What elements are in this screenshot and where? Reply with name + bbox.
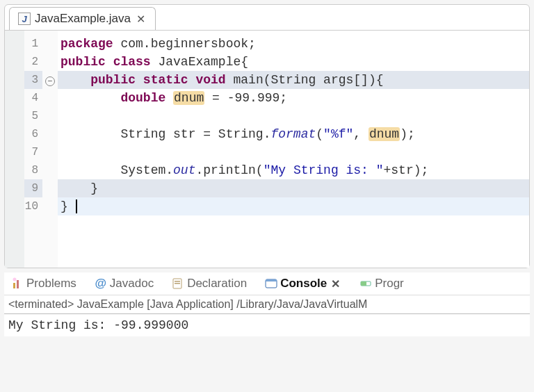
declaration-icon: [172, 277, 184, 290]
svg-rect-1: [17, 280, 19, 288]
code-line: package com.beginnersbook;: [58, 35, 529, 53]
bottom-tab-bar: Problems @ Javadoc Declaration Console ✕…: [4, 272, 530, 295]
tab-console[interactable]: Console ✕: [262, 275, 344, 292]
svg-rect-7: [266, 279, 277, 281]
code-line: }: [58, 197, 529, 215]
svg-rect-9: [361, 281, 366, 286]
console-launch-info: <terminated> JavaExample [Java Applicati…: [4, 295, 530, 314]
tab-label: Console: [280, 277, 327, 291]
file-tab-label: JavaExample.java: [35, 12, 131, 26]
line-number: 3: [24, 71, 42, 89]
code-line: System.out.println("My String is: "+str)…: [58, 161, 529, 179]
text-cursor: [76, 199, 77, 213]
line-number: 4: [24, 89, 42, 107]
line-number: 5: [24, 107, 42, 125]
code-line: public class JavaExample{: [58, 53, 529, 71]
line-number: 9: [24, 179, 42, 197]
tab-label: Declaration: [187, 277, 247, 291]
tab-problems[interactable]: Problems: [8, 275, 79, 292]
marker-gutter: [5, 31, 24, 268]
console-output[interactable]: My String is: -99.999000: [4, 314, 530, 336]
line-number: 6: [24, 125, 42, 143]
file-tab-javaexample[interactable]: J JavaExample.java ✕: [9, 7, 156, 30]
tab-declaration[interactable]: Declaration: [169, 275, 250, 292]
line-number-ruler: 1 2 3 4 5 6 7 8 9 10: [24, 31, 42, 268]
javadoc-icon: @: [95, 277, 107, 290]
line-number: 2: [24, 53, 42, 71]
svg-point-2: [13, 278, 17, 281]
line-number: 1: [24, 35, 42, 53]
code-body: 1 2 3 4 5 6 7 8 9 10 − package com.begin…: [5, 30, 529, 268]
problems-icon: [11, 277, 24, 290]
code-line: [58, 143, 529, 161]
tab-label: Javadoc: [110, 277, 154, 291]
line-number: 10: [24, 197, 42, 215]
code-text-area[interactable]: package com.beginnersbook; public class …: [58, 31, 529, 268]
fold-toggle-icon[interactable]: −: [45, 76, 55, 86]
close-tab-icon[interactable]: ✕: [135, 13, 147, 26]
progress-icon: [359, 277, 372, 290]
fold-column: −: [42, 31, 58, 268]
code-line: String str = String.format("%f", dnum);: [58, 125, 529, 143]
bottom-panel: Problems @ Javadoc Declaration Console ✕…: [4, 272, 530, 336]
code-line: public static void main(String args[]){: [58, 71, 529, 89]
svg-rect-4: [175, 281, 180, 282]
tab-label: Progr: [375, 277, 404, 291]
code-line: double dnum = -99.999;: [58, 89, 529, 107]
code-line: [58, 107, 529, 125]
code-line: }: [58, 179, 529, 197]
java-file-icon: J: [18, 13, 31, 25]
tab-label: Problems: [26, 277, 76, 291]
tab-progress[interactable]: Progr: [357, 275, 407, 292]
svg-rect-0: [13, 283, 15, 288]
console-icon: [265, 277, 277, 290]
editor-tab-bar: J JavaExample.java ✕: [5, 5, 529, 30]
code-editor: J JavaExample.java ✕ 1 2 3 4 5 6 7 8 9 1…: [4, 4, 530, 268]
line-number: 7: [24, 143, 42, 161]
svg-rect-5: [175, 283, 180, 284]
line-number: 8: [24, 161, 42, 179]
close-console-icon[interactable]: ✕: [330, 277, 341, 291]
tab-javadoc[interactable]: @ Javadoc: [92, 275, 156, 292]
